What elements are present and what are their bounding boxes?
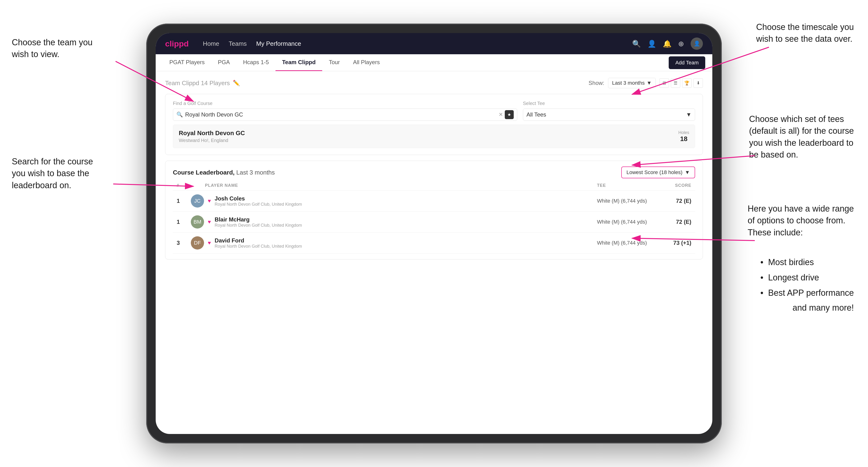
user-icon[interactable]: 👤 xyxy=(647,40,656,48)
player-row: 1 BM ♥ Blair McHarg Royal North Devon Go… xyxy=(173,212,695,232)
leaderboard-columns: # PLAYER NAME TEE SCORE xyxy=(173,183,695,191)
col-rank: # xyxy=(177,183,191,188)
holes-number: 18 xyxy=(680,135,687,143)
tab-tour[interactable]: Tour xyxy=(322,54,346,71)
player-info-2: Blair McHarg Royal North Devon Golf Club… xyxy=(215,216,597,228)
course-location: Westward Ho!, England xyxy=(179,138,245,143)
navbar-icons: 🔍 👤 🔔 ⊕ 👤 xyxy=(632,37,703,50)
player-rank-1: 1 xyxy=(177,198,191,204)
player-rank-2: 1 xyxy=(177,219,191,225)
notification-icon[interactable]: 🔔 xyxy=(663,40,672,48)
view-icons: ⊞ ☰ 🏆 ⬇ xyxy=(659,78,703,88)
player-name-3: David Ford xyxy=(215,237,597,244)
holes-badge: Holes 18 xyxy=(678,130,689,143)
search-icon[interactable]: 🔍 xyxy=(632,40,641,48)
select-tee-label: Select Tee xyxy=(523,101,695,106)
holes-label: Holes xyxy=(678,130,689,135)
team-title: Team Clippd 14 Players xyxy=(165,80,230,87)
edit-icon[interactable]: ✏️ xyxy=(233,80,240,86)
search-icon-inner: 🔍 xyxy=(177,112,183,118)
grid-view-button[interactable]: ⊞ xyxy=(659,78,669,88)
tab-all-players[interactable]: All Players xyxy=(346,54,386,71)
player-score-2: 72 (E) xyxy=(663,219,691,225)
player-score-3: 73 (+1) xyxy=(663,240,691,246)
nav-item-performance[interactable]: My Performance xyxy=(256,38,301,49)
tablet-frame: clippd Home Teams My Performance 🔍 👤 🔔 ⊕… xyxy=(146,24,722,443)
show-dropdown[interactable]: Last 3 months ▼ xyxy=(608,78,656,88)
course-info: Royal North Devon GC Westward Ho!, Engla… xyxy=(179,129,245,143)
trophy-view-button[interactable]: 🏆 xyxy=(682,78,691,88)
brand-logo: clippd xyxy=(165,39,189,49)
show-label: Show: xyxy=(588,80,604,86)
navbar: clippd Home Teams My Performance 🔍 👤 🔔 ⊕… xyxy=(156,33,712,54)
favourite-button[interactable]: ★ xyxy=(505,110,514,119)
app-container: clippd Home Teams My Performance 🔍 👤 🔔 ⊕… xyxy=(156,33,712,434)
settings-icon[interactable]: ⊕ xyxy=(678,40,684,48)
player-name-2: Blair McHarg xyxy=(215,216,597,223)
player-row: 1 JC ♥ Josh Coles Royal North Devon Golf… xyxy=(173,191,695,212)
search-row: Find a Golf Course 🔍 ✕ ★ Select Tee xyxy=(173,101,695,121)
player-score-1: 72 (E) xyxy=(663,198,691,204)
player-tee-1: White (M) (6,744 yds) xyxy=(597,198,663,204)
clear-button[interactable]: ✕ xyxy=(499,112,503,118)
search-column: Find a Golf Course 🔍 ✕ ★ xyxy=(173,101,517,121)
main-content: Team Clippd 14 Players ✏️ Show: Last 3 m… xyxy=(156,71,712,434)
player-info-1: Josh Coles Royal North Devon Golf Club, … xyxy=(215,195,597,207)
annotation-options: Here you have a wide rangeof options to … xyxy=(748,203,854,239)
col-player-name: PLAYER NAME xyxy=(205,183,597,188)
col-tee: TEE xyxy=(597,183,663,188)
annotation-tees: Choose which set of tees(default is all)… xyxy=(749,113,854,161)
annotation-bullets: • Most birdies • Longest drive • Best AP… xyxy=(761,255,854,301)
leaderboard-section: Course Leaderboard, Last 3 months Lowest… xyxy=(165,161,703,259)
col-avatar-space xyxy=(191,183,205,188)
annotation-and-more: and many more! xyxy=(793,302,854,314)
player-club-3: Royal North Devon Golf Club, United King… xyxy=(215,244,597,249)
annotation-course: Search for the courseyou wish to base th… xyxy=(12,156,93,191)
tee-dropdown[interactable]: All Tees ▼ xyxy=(523,108,695,121)
list-view-button[interactable]: ☰ xyxy=(671,78,680,88)
sub-tabs-bar: PGAT Players PGA Hcaps 1-5 Team Clippd T… xyxy=(156,54,712,71)
player-rank-3: 3 xyxy=(177,240,191,246)
heart-icon-2[interactable]: ♥ xyxy=(208,219,211,225)
tab-pgat[interactable]: PGAT Players xyxy=(163,54,211,71)
annotation-team: Choose the team youwish to view. xyxy=(12,36,92,60)
player-tee-2: White (M) (6,744 yds) xyxy=(597,219,663,225)
player-info-3: David Ford Royal North Devon Golf Club, … xyxy=(215,237,597,249)
find-course-label: Find a Golf Course xyxy=(173,101,517,106)
player-avatar-3: DF xyxy=(191,236,204,250)
course-name: Royal North Devon GC xyxy=(179,129,245,137)
score-type-dropdown[interactable]: Lowest Score (18 holes) ▼ xyxy=(621,166,695,178)
nav-item-home[interactable]: Home xyxy=(203,38,219,49)
leaderboard-header: Course Leaderboard, Last 3 months Lowest… xyxy=(173,166,695,178)
course-search-section: Find a Golf Course 🔍 ✕ ★ Select Tee xyxy=(165,94,703,155)
leaderboard-title: Course Leaderboard, Last 3 months xyxy=(173,169,275,176)
tee-column: Select Tee All Tees ▼ xyxy=(523,101,695,121)
avatar[interactable]: 👤 xyxy=(691,37,703,50)
show-controls: Show: Last 3 months ▼ ⊞ ☰ 🏆 ⬇ xyxy=(588,78,703,88)
nav-item-teams[interactable]: Teams xyxy=(228,38,247,49)
download-button[interactable]: ⬇ xyxy=(693,78,703,88)
player-name-1: Josh Coles xyxy=(215,195,597,202)
player-club-2: Royal North Devon Golf Club, United King… xyxy=(215,223,597,228)
player-row: 3 DF ♥ David Ford Royal North Devon Golf… xyxy=(173,232,695,253)
search-input-wrapper: 🔍 ✕ ★ xyxy=(173,108,517,121)
add-team-button[interactable]: Add Team xyxy=(669,56,705,69)
course-result: Royal North Devon GC Westward Ho!, Engla… xyxy=(173,125,695,148)
tablet-screen: clippd Home Teams My Performance 🔍 👤 🔔 ⊕… xyxy=(156,33,712,434)
heart-icon-3[interactable]: ♥ xyxy=(208,240,211,246)
team-header: Team Clippd 14 Players ✏️ Show: Last 3 m… xyxy=(165,78,703,88)
tab-team-clippd[interactable]: Team Clippd xyxy=(276,54,322,71)
tab-pga[interactable]: PGA xyxy=(211,54,237,71)
col-score: SCORE xyxy=(663,183,691,188)
navbar-nav: Home Teams My Performance xyxy=(203,38,632,49)
tab-hcaps[interactable]: Hcaps 1-5 xyxy=(237,54,276,71)
player-avatar-2: BM xyxy=(191,215,204,228)
heart-icon-1[interactable]: ♥ xyxy=(208,198,211,204)
player-tee-3: White (M) (6,744 yds) xyxy=(597,240,663,246)
annotation-timescale: Choose the timescale youwish to see the … xyxy=(756,21,854,45)
course-search-input[interactable] xyxy=(185,111,499,118)
player-club-1: Royal North Devon Golf Club, United King… xyxy=(215,202,597,207)
player-avatar-1: JC xyxy=(191,194,204,208)
